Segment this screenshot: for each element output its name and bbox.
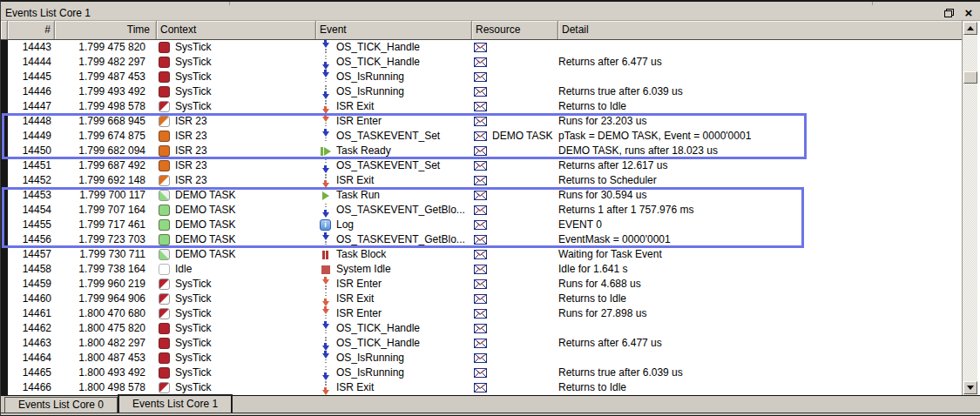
events-list-window: Events List Core 1 × #TimeContextEventRe… bbox=[0, 0, 980, 416]
isr-enter-icon bbox=[320, 307, 331, 321]
event-label: ISR Exit bbox=[336, 380, 374, 395]
task-block-icon bbox=[320, 248, 331, 262]
column-header-num[interactable]: # bbox=[8, 21, 55, 39]
table-row[interactable]: 14460 1.799 964 906 SysTick ISR Exit Ret… bbox=[8, 292, 963, 306]
context-label: SysTick bbox=[175, 292, 212, 306]
isr-return-icon bbox=[320, 292, 331, 306]
context-label: SysTick bbox=[175, 366, 212, 380]
detail-text: Returns to Idle bbox=[558, 380, 963, 395]
table-row[interactable]: 14463 1.800 482 297 SysTick OS_TICK_Hand… bbox=[8, 336, 963, 351]
detail-text: Returns after 6.477 us bbox=[558, 336, 963, 351]
column-header-event[interactable]: Event bbox=[316, 21, 472, 39]
detail-text: EventMask = 0000'0001 bbox=[558, 232, 963, 247]
detail-text: Returns true after 6.039 us bbox=[558, 366, 963, 380]
table-row[interactable]: 14455 1.799 717 461 DEMO TASK i Log EVEN… bbox=[8, 218, 963, 232]
table-row[interactable]: 14466 1.800 498 578 SysTick ISR Exit Ret… bbox=[8, 380, 963, 395]
column-header-time[interactable]: Time bbox=[55, 21, 157, 39]
event-number: 14465 bbox=[8, 366, 55, 380]
event-label: OS_IsRunning bbox=[336, 70, 404, 84]
table-row[interactable]: 14465 1.800 493 492 SysTick OS_IsRunning… bbox=[8, 366, 963, 380]
envelope-icon bbox=[474, 176, 487, 185]
task-ready-icon bbox=[320, 144, 331, 158]
tab-events-list-core-1[interactable]: Events List Core 1 bbox=[118, 394, 233, 413]
table-row[interactable]: 14448 1.799 668 945 ISR 23 ISR Enter Run… bbox=[8, 114, 963, 129]
detail-text: EVENT 0 bbox=[558, 218, 963, 232]
envelope-icon bbox=[474, 220, 487, 230]
envelope-icon bbox=[474, 235, 487, 245]
context-label: DEMO TASK bbox=[175, 188, 236, 203]
table-row[interactable]: 14446 1.799 493 492 SysTick OS_IsRunning… bbox=[8, 84, 963, 99]
table-row[interactable]: 14443 1.799 475 820 SysTick OS_TICK_Hand… bbox=[8, 40, 963, 55]
event-number: 14451 bbox=[8, 158, 55, 173]
event-label: Task Block bbox=[336, 247, 386, 262]
events-table-body: 14443 1.799 475 820 SysTick OS_TICK_Hand… bbox=[8, 40, 963, 395]
event-label: ISR Enter bbox=[336, 306, 382, 321]
event-time: 1.800 498 578 bbox=[55, 380, 157, 395]
table-row[interactable]: 14449 1.799 674 875 ISR 23 OS_TASKEVENT_… bbox=[8, 129, 963, 144]
close-window-button[interactable]: × bbox=[963, 7, 975, 19]
table-row[interactable]: 14454 1.799 707 164 DEMO TASK OS_TASKEVE… bbox=[8, 203, 963, 218]
table-row[interactable]: 14456 1.799 723 703 DEMO TASK OS_TASKEVE… bbox=[8, 232, 963, 247]
envelope-icon bbox=[474, 368, 487, 378]
table-row[interactable]: 14452 1.799 692 148 ISR 23 ISR Exit Retu… bbox=[8, 173, 963, 188]
api-return-icon bbox=[320, 85, 331, 99]
column-header-context[interactable]: Context bbox=[157, 21, 316, 39]
table-row[interactable]: 14451 1.799 687 492 ISR 23 OS_TASKEVENT_… bbox=[8, 158, 963, 173]
systick-transition-icon bbox=[159, 293, 170, 305]
window-title: Events List Core 1 bbox=[1, 7, 91, 19]
scrollbar-thumb[interactable] bbox=[963, 71, 977, 84]
envelope-icon bbox=[474, 265, 487, 274]
systick-transition-icon bbox=[159, 101, 170, 112]
event-time: 1.799 487 453 bbox=[55, 70, 157, 84]
envelope-icon bbox=[474, 146, 487, 156]
api-return-icon bbox=[320, 204, 331, 218]
context-label: DEMO TASK bbox=[175, 247, 236, 262]
event-time: 1.799 674 875 bbox=[55, 129, 157, 144]
vertical-scrollbar[interactable] bbox=[962, 21, 977, 395]
window-title-bar[interactable]: Events List Core 1 × bbox=[1, 5, 980, 21]
table-row[interactable]: 14450 1.799 682 094 ISR 23 Task Ready DE… bbox=[8, 144, 963, 158]
table-row[interactable]: 14445 1.799 487 453 SysTick OS_IsRunning bbox=[8, 70, 963, 84]
table-row[interactable]: 14444 1.799 482 297 SysTick OS_TICK_Hand… bbox=[8, 55, 963, 70]
context-label: SysTick bbox=[175, 351, 212, 366]
system-idle-icon bbox=[320, 263, 331, 277]
table-row[interactable]: 14464 1.800 487 453 SysTick OS_IsRunning bbox=[8, 351, 963, 366]
table-row[interactable]: 14462 1.800 475 820 SysTick OS_TICK_Hand… bbox=[8, 321, 963, 336]
tab-events-list-core-0[interactable]: Events List Core 0 bbox=[4, 397, 118, 413]
event-time: 1.800 470 680 bbox=[55, 306, 157, 321]
event-number: 14450 bbox=[8, 144, 55, 158]
detail-text: Runs for 30.594 us bbox=[558, 188, 963, 203]
event-number: 14445 bbox=[8, 70, 55, 84]
systick-transition-icon bbox=[159, 382, 170, 393]
event-time: 1.800 475 820 bbox=[55, 321, 157, 336]
table-row[interactable]: 14453 1.799 700 117 DEMO TASK Task Run R… bbox=[8, 188, 963, 203]
event-label: ISR Exit bbox=[336, 173, 374, 188]
table-row[interactable]: 14459 1.799 960 219 SysTick ISR Enter Ru… bbox=[8, 277, 963, 292]
table-row[interactable]: 14447 1.799 498 578 SysTick ISR Exit Ret… bbox=[8, 99, 963, 114]
context-label: ISR 23 bbox=[175, 129, 207, 144]
column-header-detail[interactable]: Detail bbox=[558, 21, 963, 39]
table-row[interactable]: 14457 1.799 730 711 DEMO TASK Task Block… bbox=[8, 247, 963, 262]
event-time: 1.799 730 711 bbox=[55, 247, 157, 262]
resource-label: DEMO TASK bbox=[492, 129, 553, 144]
demo-task-running-icon bbox=[159, 205, 170, 216]
table-row[interactable]: 14461 1.800 470 680 SysTick ISR Enter Ru… bbox=[8, 306, 963, 321]
envelope-icon bbox=[474, 339, 487, 348]
event-label: OS_TICK_Handle bbox=[336, 40, 420, 55]
envelope-icon bbox=[474, 205, 487, 215]
scroll-down-button[interactable] bbox=[963, 381, 977, 394]
table-row[interactable]: 14458 1.799 738 164 Idle System Idle Idl… bbox=[8, 262, 963, 277]
envelope-icon bbox=[474, 191, 487, 200]
event-label: OS_IsRunning bbox=[336, 351, 404, 366]
scroll-up-button[interactable] bbox=[963, 22, 977, 35]
float-window-button[interactable] bbox=[943, 7, 955, 19]
event-number: 14444 bbox=[8, 55, 55, 70]
detail-text: Returns after 6.477 us bbox=[558, 55, 963, 70]
tab-bar: Events List Core 0Events List Core 1 bbox=[1, 395, 980, 413]
context-label: ISR 23 bbox=[175, 158, 207, 173]
event-number: 14447 bbox=[8, 99, 55, 114]
column-header-resource[interactable]: Resource bbox=[472, 21, 558, 39]
event-label: Log bbox=[336, 218, 354, 232]
detail-text: Returns after 12.617 us bbox=[558, 158, 963, 173]
event-label: OS_TASKEVENT_Set bbox=[336, 158, 440, 173]
